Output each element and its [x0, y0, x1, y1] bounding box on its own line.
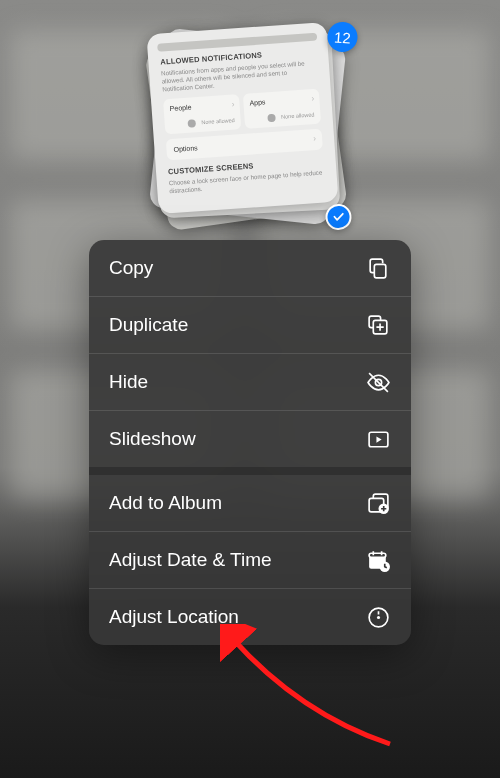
- hide-icon: [366, 370, 391, 395]
- add-album-icon: [366, 491, 391, 516]
- menu-label: Adjust Location: [109, 606, 239, 628]
- slideshow-icon: [366, 427, 391, 452]
- preview-people-box: People › None allowed: [163, 94, 241, 134]
- calendar-icon: [366, 548, 391, 573]
- preview-apps-box: Apps › None allowed: [243, 89, 321, 129]
- menu-adjust-location[interactable]: Adjust Location: [89, 589, 411, 645]
- menu-label: Slideshow: [109, 428, 196, 450]
- duplicate-icon: [366, 313, 391, 338]
- menu-add-to-album[interactable]: Add to Album: [89, 475, 411, 531]
- menu-hide[interactable]: Hide: [89, 354, 411, 410]
- menu-label: Adjust Date & Time: [109, 549, 272, 571]
- menu-label: Copy: [109, 257, 153, 279]
- menu-label: Hide: [109, 371, 148, 393]
- menu-duplicate[interactable]: Duplicate: [89, 297, 411, 353]
- menu-slideshow[interactable]: Slideshow: [89, 411, 411, 467]
- menu-label: Add to Album: [109, 492, 222, 514]
- menu-adjust-date-time[interactable]: Adjust Date & Time: [89, 532, 411, 588]
- menu-label: Duplicate: [109, 314, 188, 336]
- selection-stack[interactable]: ALLOWED NOTIFICATIONS Notifications from…: [153, 28, 348, 228]
- preview-options-row: Options ›: [166, 129, 323, 161]
- copy-icon: [366, 256, 391, 281]
- svg-rect-8: [369, 553, 386, 557]
- menu-copy[interactable]: Copy: [89, 240, 411, 296]
- stack-card-top: ALLOWED NOTIFICATIONS Notifications from…: [146, 22, 338, 214]
- svg-point-13: [377, 615, 380, 618]
- context-menu: Copy Duplicate Hide Slideshow Add to Alb…: [89, 240, 411, 645]
- location-icon: [366, 605, 391, 630]
- svg-rect-0: [374, 264, 385, 278]
